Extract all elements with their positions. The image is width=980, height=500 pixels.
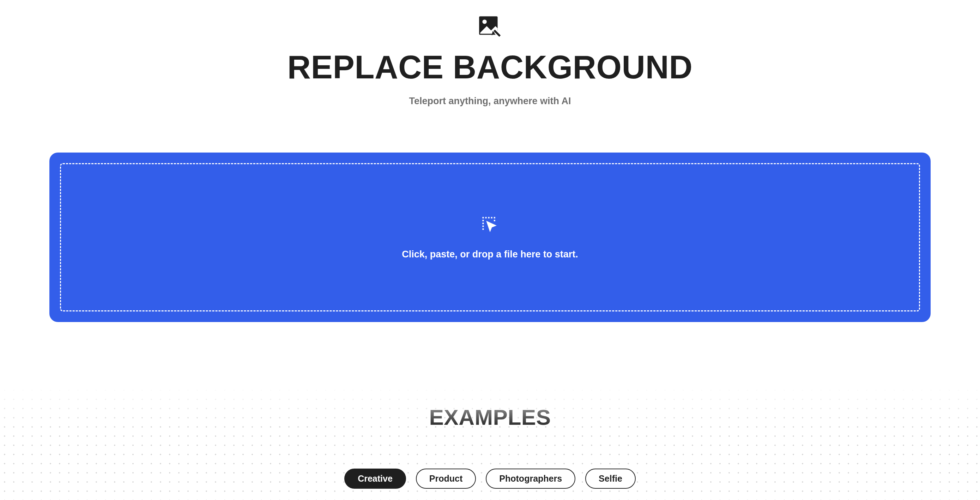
svg-rect-7 — [482, 220, 484, 221]
svg-rect-6 — [494, 217, 495, 218]
tab-selfie[interactable]: Selfie — [585, 468, 636, 489]
svg-rect-10 — [482, 225, 484, 227]
svg-rect-9 — [482, 222, 484, 224]
tab-creative[interactable]: Creative — [344, 468, 406, 489]
upload-dropzone-inner[interactable]: Click, paste, or drop a file here to sta… — [60, 163, 920, 312]
svg-rect-5 — [491, 217, 492, 218]
svg-rect-3 — [485, 217, 487, 218]
svg-rect-8 — [494, 220, 495, 221]
svg-rect-2 — [482, 217, 484, 218]
tab-photographers[interactable]: Photographers — [486, 468, 575, 489]
svg-rect-11 — [482, 228, 484, 230]
examples-tabs: Creative Product Photographers Selfie — [344, 468, 636, 489]
examples-title: EXAMPLES — [429, 405, 550, 430]
upload-dropzone[interactable]: Click, paste, or drop a file here to sta… — [49, 153, 931, 322]
page-title: REPLACE BACKGROUND — [288, 49, 693, 86]
svg-rect-4 — [488, 217, 490, 218]
svg-point-1 — [482, 19, 487, 24]
drag-select-icon — [480, 215, 500, 234]
upload-dropzone-text: Click, paste, or drop a file here to sta… — [402, 249, 578, 260]
tab-product[interactable]: Product — [416, 468, 476, 489]
page-subtitle: Teleport anything, anywhere with AI — [409, 96, 571, 107]
page: REPLACE BACKGROUND Teleport anything, an… — [0, 0, 980, 500]
hero: REPLACE BACKGROUND Teleport anything, an… — [288, 0, 693, 107]
image-edit-icon — [477, 14, 503, 40]
examples-section: EXAMPLES Creative Product Photographers … — [0, 386, 980, 500]
